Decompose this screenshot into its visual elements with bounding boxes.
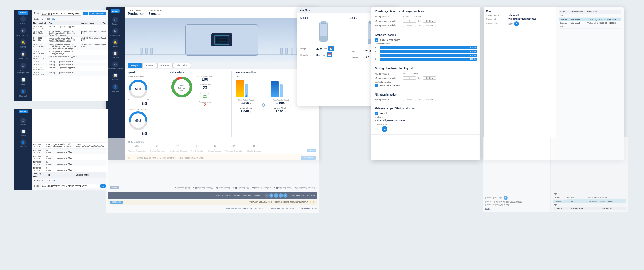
zenon-logo-bottom: zenon — [19, 110, 27, 113]
disk1-indicator — [245, 84, 248, 97]
dosing-pressure-set: 0.30 bar — [408, 72, 421, 75]
stopper-bar-4: 4 100 % — [375, 58, 477, 61]
bottom-level-2[interactable]: 2 — [279, 193, 283, 198]
divider-2 — [231, 71, 232, 137]
sidebar-item-audit[interactable]: 📋 Audit Trail — [14, 50, 32, 61]
disk-settings-icon[interactable]: ⚙ — [261, 102, 265, 108]
switch-set-2: 0.50 bar — [423, 24, 436, 27]
tab-weight[interactable]: Weight — [128, 63, 142, 68]
tab-powder[interactable]: Powder — [142, 63, 157, 68]
tab-packml[interactable]: PackML — [157, 63, 173, 68]
vials-produced-stat: Vials Produced 23 — [197, 84, 213, 90]
disk2-target-box: Final Weight Target 1.100 g — [271, 98, 291, 106]
bottom-sidebar-process[interactable]: ⬡ Process — [14, 116, 32, 127]
nitrogen-pressure-row: Main pressure 0.30 Set 0.30 bar — [375, 98, 477, 101]
events-scroll[interactable]: Time received Text Variable name Tme 04.… — [32, 21, 108, 78]
recipe-icon: 🗂 — [20, 63, 26, 69]
main-sidebar-recipe[interactable]: 🗂 Recipe Management — [106, 60, 125, 71]
vial-id-label: Vial small ID — [375, 116, 477, 119]
switch-val-1: 0.50 — [403, 19, 416, 23]
col-mode: Mode — [559, 10, 570, 14]
svg-text:Rejected: Rejected — [178, 87, 185, 89]
sidebar-label-audit: Audit Trail — [19, 57, 27, 60]
switch-val-2: 0.50 — [403, 24, 416, 27]
disk1-target-box: Final Weight Target 1.100 g — [236, 98, 256, 106]
release-play-btn[interactable]: ▶ — [382, 126, 387, 132]
sidebar-label-users: User List — [19, 95, 27, 97]
main-sidebar-users[interactable]: 👤 User List — [106, 82, 125, 93]
bottom-users-icon: 👤 — [20, 139, 26, 145]
extended-filter-btn[interactable]: Extended filter — [89, 12, 106, 15]
dosing-title: Dosing chambers cleaning unit — [375, 67, 477, 70]
main-sidebar-audit[interactable]: 📋 Audit Trail — [106, 49, 125, 60]
vial-analysis-section: Vial Analysis Good / Rejected Vials — [170, 71, 227, 137]
recipe-play-btn-bottom[interactable]: ▶ — [504, 196, 508, 200]
sidebar-item-process[interactable]: ⬡ Process — [14, 15, 32, 26]
good-rejected-chart: Good / Rejected Vials — [170, 75, 193, 100]
sidebar-item-reports[interactable]: 📊 Reports — [14, 75, 32, 87]
svg-text:50.0: 50.0 — [135, 87, 141, 91]
svg-text:49.8: 49.8 — [135, 119, 141, 123]
tab-simulation[interactable]: Simulation — [173, 63, 191, 68]
reset-blocked-checkbox: ✓ — [375, 84, 378, 87]
dosing-switch-set: 0.30 bar — [423, 76, 436, 80]
disk1-height-icon[interactable]: 📅 — [328, 46, 334, 51]
sidebar-label-reports: Reports — [20, 83, 26, 85]
bottom-level-5[interactable]: 5 — [265, 193, 269, 198]
table-row: 09.02.202214:33:05 Modify spontaneous va… — [32, 143, 108, 148]
disk1-block: Disk 1 Final Weight Target 1.100 g — [236, 75, 256, 113]
bottom-sidebar-reports[interactable]: 📊 Reports — [14, 127, 32, 138]
speed-section: Speed Infeed Belt Speed 50.0 20 80 50 Ou… — [128, 71, 162, 137]
bottom-sidebar-users[interactable]: 👤 User List — [14, 138, 32, 149]
col-var: Variable name — [80, 21, 102, 25]
bottom-level-3[interactable]: 3 — [274, 193, 278, 198]
get-job-row: ✓ Get Job ID — [375, 112, 477, 115]
good-vials-stat: Good Vials 21 — [197, 92, 213, 99]
bottom-process-label: Process — [20, 124, 26, 125]
current-mode-block: Current Mode Production — [128, 9, 144, 16]
svg-rect-9 — [151, 48, 153, 54]
sidebar-item-recipe[interactable]: 🗂 Recipe Management — [14, 61, 32, 75]
table-row: 09.02.202210:35:05 User 'op1 - Operator'… — [32, 166, 108, 172]
outfeed-center: 50 — [128, 131, 162, 137]
mode-section: Current Mode Production Current State Ex… — [125, 7, 319, 18]
main-users-icon: 👤 — [112, 84, 118, 90]
current-state-value: Execute — [148, 12, 162, 16]
filter-label-bottom: Filter — [34, 185, 39, 187]
powder-ejection: Powder ejection from dosing chambers Mai… — [371, 7, 480, 31]
filter-icon-bottom[interactable]: ▼ — [100, 185, 106, 188]
main-sidebar-startbatch[interactable]: ▶ Start new batch — [106, 26, 125, 38]
svg-rect-8 — [145, 48, 147, 54]
table-row: 09.02.2022 User 'op1 - Operator' logged … — [32, 63, 108, 66]
main-recipe-icon: 🗂 — [112, 62, 118, 67]
sidebar-item-users[interactable]: 👤 User List — [14, 87, 32, 99]
state-row: Idle ▶ — [375, 126, 477, 132]
release-title: Release recipe / Start production — [375, 107, 477, 110]
recipe-play-btn[interactable]: ▶ — [514, 21, 519, 26]
audit-sidebar: zenon ⬡ Process ▶ Start new batch 🔔 Alar… — [14, 10, 32, 101]
vial-id-value: Vial small_20220209100829 — [375, 119, 477, 122]
filter-input[interactable] — [41, 11, 81, 16]
zenon-logo-main: zenon — [111, 9, 119, 13]
main-sidebar-reports[interactable]: 📊 Reports — [106, 71, 125, 82]
sidebar-item-start-batch[interactable]: ▶ Start new batch — [14, 26, 32, 38]
reset-btn-bottom[interactable]: Reset — [110, 186, 119, 189]
disk1-diameter-row: Diameter 8.0 mm 📅 — [300, 52, 346, 57]
events-scroll-bottom[interactable]: Time received Text Variable name 09.02.2… — [32, 121, 108, 178]
filter-bar-bottom: Filter ▼ — [32, 183, 108, 190]
bottom-level-1[interactable]: 1 — [283, 193, 287, 198]
filter-input-bottom[interactable] — [41, 184, 99, 188]
stopper-bar-1: 1 100 % — [375, 46, 477, 49]
table-row: Idle — [559, 25, 621, 29]
main-startbatch-icon: ▶ — [112, 28, 118, 34]
disk1-diameter-icon[interactable]: 📅 — [327, 52, 332, 57]
main-panel-bottom: Mode Execute Current recipe Vial small C… — [106, 138, 319, 213]
main-sidebar-process-label: Process — [112, 23, 118, 25]
main-sidebar-process[interactable]: ⬡ Process — [106, 15, 125, 26]
sidebar-item-alarms[interactable]: 🔔 Alarms — [14, 38, 32, 50]
powder-ejection-title: Powder ejection from dosing chambers — [375, 10, 477, 13]
main-sidebar-alarms[interactable]: 🔔 Alarms — [106, 38, 125, 49]
filter-icon[interactable]: ▼ — [83, 12, 88, 15]
next-steps-btn-bottom[interactable]: Next steps — [110, 201, 123, 204]
bottom-level-4[interactable]: 4 — [269, 193, 273, 198]
